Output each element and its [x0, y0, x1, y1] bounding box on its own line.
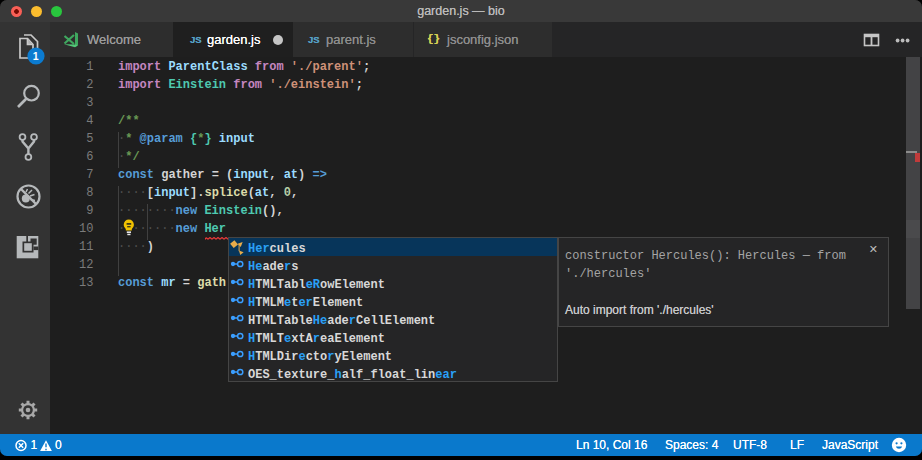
svg-text:1: 1	[33, 50, 39, 62]
